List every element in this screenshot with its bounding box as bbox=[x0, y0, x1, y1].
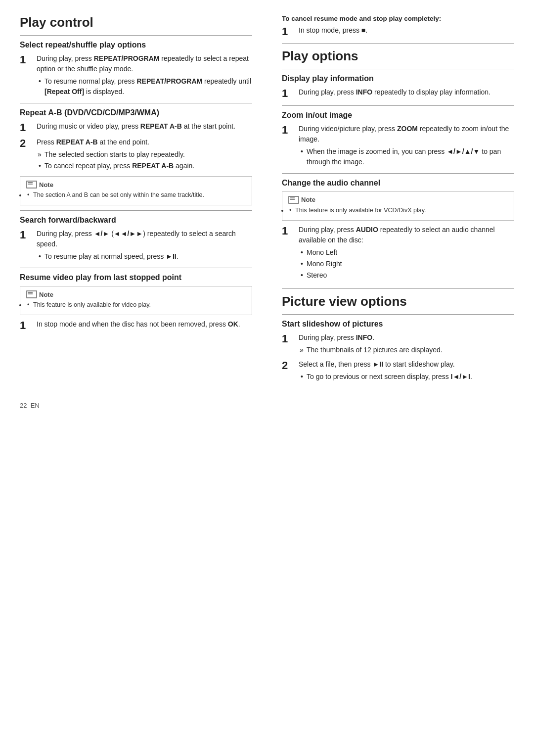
key-repeat-ab-3: REPEAT A-B bbox=[132, 162, 174, 170]
step-item: 1 During play, press REPEAT/PROGRAM repe… bbox=[20, 53, 252, 98]
sub-bullet-item: To cancel repeat play, press REPEAT A-B … bbox=[37, 161, 252, 171]
note-item: This feature is only available for VCD/D… bbox=[288, 206, 508, 215]
step-number: 1 bbox=[20, 319, 34, 332]
zoom-steps: 1 During video/picture play, press ZOOM … bbox=[282, 124, 514, 168]
display-info-section: Display play information 1 During play, … bbox=[282, 74, 514, 100]
sub-bullet-item: To go to previous or next screen display… bbox=[299, 372, 514, 382]
display-info-subtitle: Display play information bbox=[282, 74, 514, 83]
play-options-title: Play options bbox=[282, 48, 514, 64]
step-content: During play, press INFO repeatedly to di… bbox=[299, 87, 514, 97]
sub-bullet-item: To resume play at normal speed, press ►I… bbox=[37, 251, 252, 262]
step-content: During play, press REPEAT/PROGRAM repeat… bbox=[37, 53, 252, 98]
play-control-section: Play control Select repeat/shuffle play … bbox=[20, 15, 252, 332]
step-item: 2 Select a file, then press ►II to start… bbox=[282, 359, 514, 383]
note-item: This feature is only available for video… bbox=[26, 300, 246, 310]
search-section: Search forward/backward 1 During play, p… bbox=[20, 216, 252, 263]
resume-steps: 1 In stop mode and when the disc has not… bbox=[20, 319, 252, 332]
sub-bullet-arrow: The thumbnails of 12 pictures are displa… bbox=[299, 345, 514, 355]
step-item: 1 During play, press INFO repeatedly to … bbox=[282, 87, 514, 100]
step-content: Press REPEAT A-B at the end point. The s… bbox=[37, 137, 252, 172]
mono-left: Mono Left bbox=[299, 247, 514, 258]
note-box-resume: Note This feature is only available for … bbox=[20, 286, 252, 315]
note-header: Note bbox=[26, 181, 246, 189]
key-play-pause: ►II bbox=[166, 252, 177, 260]
step-number: 1 bbox=[282, 225, 296, 237]
slideshow-section: Start slideshow of pictures 1 During pla… bbox=[282, 320, 514, 383]
step-number: 2 bbox=[282, 359, 296, 372]
sub-bullets: Mono Left Mono Right Stereo bbox=[299, 247, 514, 281]
step-content: During music or video play, press REPEAT… bbox=[37, 121, 252, 132]
picture-view-title: Picture view options bbox=[282, 294, 514, 309]
step-number: 1 bbox=[282, 87, 296, 100]
picture-view-section: Picture view options Start slideshow of … bbox=[282, 294, 514, 383]
divider bbox=[282, 69, 514, 69]
divider bbox=[282, 105, 514, 106]
note-label: Note bbox=[301, 196, 315, 203]
sub-bullets: To go to previous or next screen display… bbox=[299, 372, 514, 382]
key-stop: ■ bbox=[361, 26, 365, 34]
key-repeat-off: [Repeat Off] bbox=[44, 88, 84, 95]
step-number: 1 bbox=[20, 121, 34, 134]
search-subtitle: Search forward/backward bbox=[20, 216, 252, 225]
divider bbox=[282, 314, 514, 315]
key-play-pause-2: ►II bbox=[372, 360, 383, 368]
key-info-2: INFO bbox=[356, 333, 372, 341]
footer-lang: EN bbox=[31, 402, 40, 409]
key-info: INFO bbox=[356, 88, 372, 96]
step-content: In stop mode, press ■. bbox=[299, 25, 514, 36]
divider bbox=[282, 43, 514, 44]
search-steps: 1 During play, press ◄/► (◄◄/►►) repeate… bbox=[20, 229, 252, 263]
mono-right: Mono Right bbox=[299, 259, 514, 269]
divider bbox=[20, 268, 252, 268]
right-column: To cancel resume mode and stop play comp… bbox=[277, 15, 514, 387]
play-options-section: Play options Display play information 1 … bbox=[282, 48, 514, 281]
key-rewind-ff: ◄◄/►► bbox=[114, 230, 143, 237]
sub-bullets: To resume normal play, press REPEAT/PROG… bbox=[37, 76, 252, 97]
audio-channel-subtitle: Change the audio channel bbox=[282, 179, 514, 188]
step-content: During play, press AUDIO repeatedly to s… bbox=[299, 225, 514, 282]
cancel-resume-section: To cancel resume mode and stop play comp… bbox=[282, 15, 514, 38]
key-nav: ◄/►/▲/▼ bbox=[446, 147, 480, 155]
note-header: Note bbox=[26, 290, 246, 298]
page-footer: 22 EN bbox=[20, 402, 514, 409]
step-content: Select a file, then press ►II to start s… bbox=[299, 359, 514, 383]
divider bbox=[20, 103, 252, 103]
sub-bullets: When the image is zoomed in, you can pre… bbox=[299, 146, 514, 167]
note-box-audio: Note This feature is only available for … bbox=[282, 191, 514, 221]
slideshow-subtitle: Start slideshow of pictures bbox=[282, 320, 514, 329]
key-audio: AUDIO bbox=[356, 226, 378, 234]
repeat-ab-steps: 1 During music or video play, press REPE… bbox=[20, 121, 252, 172]
page-number: 22 bbox=[20, 402, 27, 409]
select-repeat-section: Select repeat/shuffle play options 1 Dur… bbox=[20, 41, 252, 98]
key-zoom: ZOOM bbox=[397, 125, 418, 133]
step-content: During play, press ◄/► (◄◄/►►) repeatedl… bbox=[37, 229, 252, 263]
step-number: 2 bbox=[20, 137, 34, 150]
divider bbox=[282, 173, 514, 174]
step-content: In stop mode and when the disc has not b… bbox=[37, 319, 252, 330]
key-repeat-ab-2: REPEAT A-B bbox=[56, 138, 98, 146]
step-number: 1 bbox=[282, 124, 296, 137]
key-repeat-program-2: REPEAT/PROGRAM bbox=[136, 77, 202, 85]
cancel-resume-label: To cancel resume mode and stop play comp… bbox=[282, 15, 514, 22]
sub-bullets: The selected section starts to play repe… bbox=[37, 149, 252, 171]
note-box-ab: Note The section A and B can be set only… bbox=[20, 176, 252, 205]
step-number: 1 bbox=[20, 229, 34, 241]
step-item: 1 During video/picture play, press ZOOM … bbox=[282, 124, 514, 168]
resume-subtitle: Resume video play from last stopped poin… bbox=[20, 273, 252, 282]
cancel-resume-steps: 1 In stop mode, press ■. bbox=[282, 25, 514, 38]
note-label: Note bbox=[39, 181, 53, 189]
step-number: 1 bbox=[282, 332, 296, 345]
sub-bullets: To resume play at normal speed, press ►I… bbox=[37, 251, 252, 262]
step-item: 1 During play, press INFO. The thumbnail… bbox=[282, 332, 514, 356]
note-icon bbox=[26, 181, 36, 189]
audio-channel-section: Change the audio channel Note This featu… bbox=[282, 179, 514, 282]
step-item: 1 In stop mode and when the disc has not… bbox=[20, 319, 252, 332]
note-content: This feature is only available for VCD/D… bbox=[288, 206, 508, 215]
left-column: Play control Select repeat/shuffle play … bbox=[20, 15, 257, 387]
note-item: The section A and B can be set only with… bbox=[26, 190, 246, 200]
divider bbox=[20, 35, 252, 36]
audio-channel-steps: 1 During play, press AUDIO repeatedly to… bbox=[282, 225, 514, 282]
resume-section: Resume video play from last stopped poin… bbox=[20, 273, 252, 332]
note-icon bbox=[288, 196, 298, 204]
step-number: 1 bbox=[20, 53, 34, 66]
